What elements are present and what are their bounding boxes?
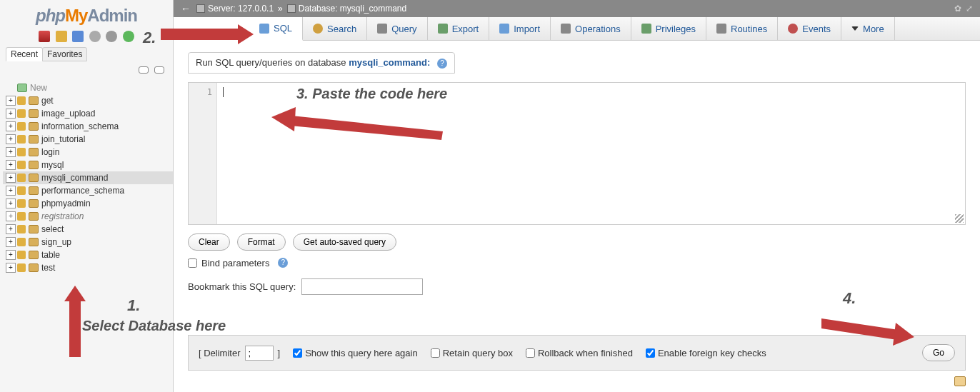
rollback-checkbox[interactable] (526, 348, 535, 358)
tree-item-selected[interactable]: +mysqli_command (3, 171, 173, 184)
show-again-label[interactable]: Show this query here again (293, 348, 418, 358)
help-icon[interactable]: ? (437, 59, 447, 69)
tree-item[interactable]: +select (3, 223, 173, 236)
db-tree: New +get +image_upload +information_sche… (0, 79, 173, 277)
go-button[interactable]: Go (922, 344, 955, 361)
sql-db-name[interactable]: mysqli_command: (349, 57, 430, 68)
clear-button[interactable]: Clear (188, 233, 230, 251)
home-icon[interactable] (39, 31, 50, 42)
cursor (223, 87, 224, 97)
db-link-icon (17, 174, 26, 182)
exit-icon[interactable] (56, 31, 67, 42)
breadcrumb-sep: » (278, 4, 283, 14)
tree-new[interactable]: New (3, 81, 173, 94)
sql-tab-icon (259, 24, 269, 34)
search-tab-icon (313, 24, 323, 34)
database-icon (287, 4, 296, 13)
tab-export[interactable]: Export (428, 17, 490, 40)
expand-icon[interactable]: + (6, 250, 16, 260)
tab-recent[interactable]: Recent (6, 47, 43, 61)
expand-icon[interactable]: + (6, 96, 16, 106)
tab-operations[interactable]: Operations (551, 17, 631, 40)
server-label: Server: (208, 4, 236, 14)
tab-sql[interactable]: SQL (174, 17, 303, 41)
help-icon[interactable]: ? (278, 258, 288, 268)
show-again-checkbox[interactable] (293, 348, 302, 358)
retain-checkbox[interactable] (431, 348, 440, 358)
settings-icon[interactable] (106, 31, 117, 42)
tab-import[interactable]: Import (489, 17, 551, 40)
tree-item[interactable]: +get (3, 94, 173, 107)
tree-item[interactable]: +performance_schema (3, 184, 173, 197)
expand-icon[interactable]: + (6, 224, 16, 234)
rollback-label[interactable]: Rollback when finished (526, 348, 633, 358)
autosave-button[interactable]: Get auto-saved query (293, 233, 396, 251)
format-button[interactable]: Format (237, 233, 286, 251)
tree-item[interactable]: +mysql (3, 159, 173, 171)
tab-more[interactable]: More (841, 17, 895, 40)
status-icon[interactable] (89, 31, 101, 42)
bookmark-input[interactable] (301, 278, 423, 295)
db-icon (29, 212, 39, 221)
server-value[interactable]: 127.0.0.1 (238, 4, 274, 14)
sql-icon[interactable] (72, 31, 84, 42)
tab-routines[interactable]: Routines (706, 17, 778, 40)
link-icon[interactable] (154, 66, 164, 74)
sidebar-mini-icons (0, 62, 173, 79)
collapse-icon[interactable] (139, 66, 149, 74)
tree-item[interactable]: +join_tutorial (3, 133, 173, 146)
db-value[interactable]: mysqli_command (340, 4, 406, 14)
expand-icon[interactable]: + (6, 109, 16, 119)
fk-checkbox[interactable] (646, 348, 655, 358)
tab-query[interactable]: Query (367, 17, 427, 40)
db-icon (29, 251, 39, 259)
db-link-icon (17, 251, 26, 259)
refresh-icon[interactable] (123, 31, 134, 42)
tree-item[interactable]: +test (3, 261, 173, 274)
expand-up-icon[interactable]: ⤢ (966, 4, 973, 14)
tree-item[interactable]: +table (3, 248, 173, 261)
fk-label[interactable]: Enable foreign key checks (646, 348, 766, 358)
expand-icon[interactable]: + (6, 160, 16, 170)
back-icon[interactable]: ← (181, 3, 191, 14)
expand-icon[interactable]: + (6, 237, 16, 247)
expand-icon[interactable]: + (6, 147, 16, 157)
topnav: SQL Search Query Export Import Operation… (174, 17, 980, 41)
bind-params-checkbox[interactable] (188, 258, 197, 268)
db-link-icon (17, 199, 26, 208)
expand-icon[interactable]: + (6, 134, 16, 144)
tree-item[interactable]: +sign_up (3, 236, 173, 248)
editor-body[interactable] (217, 83, 965, 224)
expand-icon[interactable]: + (6, 263, 16, 273)
expand-icon[interactable]: + (6, 186, 16, 196)
tree-item[interactable]: +login (3, 146, 173, 159)
content: Run SQL query/queries on database mysqli… (174, 41, 980, 306)
editor-buttons: Clear Format Get auto-saved query (188, 233, 966, 251)
resize-handle[interactable] (955, 214, 964, 223)
tab-privileges[interactable]: Privileges (631, 17, 706, 40)
expand-icon[interactable]: + (6, 198, 16, 208)
gear-icon[interactable]: ✿ (954, 4, 961, 14)
delimiter-input[interactable] (245, 346, 274, 361)
retain-label[interactable]: Retain query box (431, 348, 513, 358)
db-icon (29, 263, 39, 272)
events-tab-icon (788, 24, 798, 34)
tree-item[interactable]: +registration (3, 210, 173, 223)
tree-item[interactable]: +phpmyadmin (3, 197, 173, 210)
tree-item[interactable]: +information_schema (3, 120, 173, 133)
console-icon[interactable] (954, 376, 966, 386)
editor-gutter: 1 (189, 83, 217, 224)
import-tab-icon (499, 24, 509, 34)
expand-icon[interactable]: + (6, 173, 16, 183)
bind-params-row: Bind parameters ? (188, 258, 966, 268)
db-link-icon (17, 225, 26, 233)
expand-icon[interactable]: + (6, 121, 16, 131)
tab-search[interactable]: Search (303, 17, 367, 40)
export-tab-icon (438, 24, 448, 34)
tab-events[interactable]: Events (778, 17, 841, 40)
bookmark-label: Bookmark this SQL query: (188, 281, 296, 292)
tree-item[interactable]: +image_upload (3, 107, 173, 120)
tab-favorites[interactable]: Favorites (42, 47, 87, 61)
db-icon (29, 148, 39, 156)
expand-icon[interactable]: + (6, 211, 16, 221)
